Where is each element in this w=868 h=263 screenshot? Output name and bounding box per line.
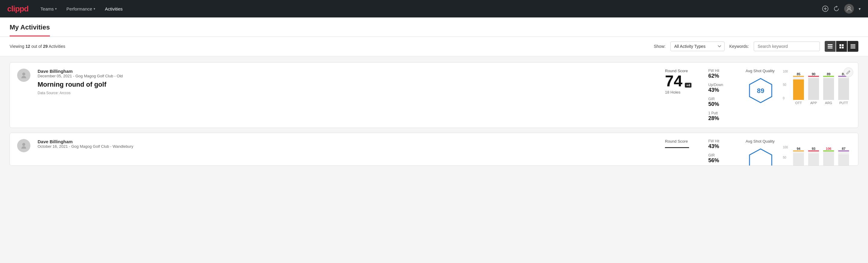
card-edit-button[interactable] — [844, 67, 853, 77]
svg-point-15 — [22, 72, 25, 76]
updown-value: 43% — [708, 87, 738, 93]
ott-bar-fill — [793, 80, 804, 100]
search-input[interactable] — [754, 41, 820, 51]
arg-label: ARG — [822, 101, 836, 105]
svg-rect-13 — [850, 47, 856, 47]
grid-view-button[interactable] — [836, 41, 847, 52]
avatar-chevron-icon: ▾ — [859, 7, 861, 11]
arg2-bar-value: 106 — [826, 147, 831, 150]
arg-bar-top — [823, 76, 834, 77]
fw-hit-value: 62% — [708, 73, 738, 79]
page-title: My Activities — [10, 24, 50, 36]
updown-stat: Up/Down 43% — [708, 83, 738, 93]
logo[interactable]: clippd — [7, 4, 29, 13]
app-bar-fill — [808, 78, 819, 100]
card-player-name: Dave Billingham — [38, 68, 658, 74]
card-avatar — [17, 139, 30, 152]
activity-card: Dave Billingham October 16, 2021 - Gog M… — [10, 133, 858, 166]
refresh-button[interactable] — [833, 6, 839, 12]
round-score-label: Round Score — [665, 139, 701, 144]
ott-bar-group: 85 — [791, 72, 806, 100]
putt-label: PUTT — [836, 101, 851, 105]
card-date: October 16, 2021 - Gog Magog Golf Club -… — [38, 144, 658, 149]
navbar: clippd Teams ▾ Performance ▾ Activities — [0, 0, 868, 18]
arg-bar-value: 89 — [827, 72, 830, 76]
ott2-bar-group: 94 — [791, 147, 806, 166]
app-bar-top — [808, 76, 819, 77]
putt2-bar-group: 87 — [836, 147, 851, 166]
svg-rect-12 — [850, 46, 856, 46]
show-label: Show: — [654, 44, 665, 49]
oneputt-stat: 1 Putt 28% — [708, 111, 738, 122]
page-header: My Activities — [0, 18, 868, 37]
y-axis-2: 100 50 0 — [783, 146, 788, 166]
card-avatar — [17, 68, 30, 82]
score-badge: +4 — [685, 83, 692, 88]
oneputt-value: 28% — [708, 115, 738, 122]
add-button[interactable] — [822, 5, 829, 12]
nav-actions: ▾ — [822, 4, 861, 13]
nav-teams[interactable]: Teams ▾ — [40, 6, 57, 11]
gir-stat: GIR 50% — [708, 97, 738, 108]
quality-label: Avg Shot Quality — [746, 139, 776, 144]
app-label: APP — [806, 101, 821, 105]
activities-list: Dave Billingham December 05, 2021 - Gog … — [0, 56, 868, 172]
performance-chevron-icon: ▾ — [94, 7, 95, 11]
svg-rect-8 — [842, 44, 844, 46]
updown-label: Up/Down — [708, 83, 738, 87]
quality-section: Avg Shot Quality — [746, 139, 776, 166]
gir-stat: GIR 56% — [708, 153, 738, 164]
keywords-label: Keywords: — [730, 44, 749, 49]
list-view-button[interactable] — [825, 41, 836, 52]
view-toggle — [825, 41, 858, 52]
quality-label: Avg Shot Quality — [746, 68, 776, 73]
card-round-score: Round Score — [665, 139, 701, 148]
card-activity-title: Morning round of golf — [38, 81, 658, 88]
quality-section: Avg Shot Quality 89 — [746, 68, 776, 106]
svg-rect-10 — [842, 47, 844, 49]
putt-bar-fill — [838, 78, 849, 99]
card-quality: Avg Shot Quality 89 100 50 0 — [746, 68, 851, 106]
fw-hit-stat: FW Hit 43% — [708, 139, 738, 150]
gir-value: 50% — [708, 101, 738, 108]
arg-bar-track — [823, 76, 834, 100]
gir-label: GIR — [708, 153, 738, 157]
gir-label: GIR — [708, 97, 738, 101]
arg-bar-fill — [823, 78, 834, 99]
oneputt-label: 1 Putt — [708, 111, 738, 115]
ott-label: OTT — [791, 101, 806, 105]
shot-quality-chart: 100 50 0 85 90 — [783, 70, 851, 105]
quality-score-text: 89 — [757, 87, 764, 94]
filter-bar: Viewing 12 out of 29 Activities Show: Al… — [0, 37, 868, 56]
svg-rect-11 — [850, 44, 856, 45]
nav-activities[interactable]: Activities — [105, 6, 123, 11]
ott-bar-track — [793, 76, 804, 100]
viewing-text: Viewing 12 out of 29 Activities — [10, 44, 649, 49]
nav-performance[interactable]: Performance ▾ — [66, 6, 95, 11]
activity-type-select[interactable]: All Activity Types — [671, 41, 724, 51]
score-value: 74 — [665, 73, 682, 89]
card-sub-stats: FW Hit 62% Up/Down 43% GIR 50% 1 Putt 28… — [708, 68, 738, 122]
quality-hexagon: 89 — [746, 76, 776, 106]
card-info: Dave Billingham October 16, 2021 - Gog M… — [38, 139, 658, 151]
arg2-bar-group: 106 — [822, 147, 836, 166]
svg-marker-18 — [749, 149, 772, 166]
fw-hit-label: FW Hit — [708, 68, 738, 73]
card-round-score: Round Score 74 +4 18 Holes — [665, 68, 701, 94]
app-bar-group: 90 — [806, 72, 821, 100]
ott2-bar-value: 94 — [797, 147, 800, 150]
card-quality: Avg Shot Quality 100 50 0 94 — [746, 139, 851, 166]
svg-rect-4 — [828, 44, 833, 45]
ott-bar-top — [793, 76, 804, 77]
putt-bar-track — [838, 76, 849, 100]
viewing-total: 29 — [43, 44, 48, 49]
svg-rect-7 — [839, 44, 841, 46]
fw-hit-label: FW Hit — [708, 139, 738, 143]
y-axis: 100 50 0 — [783, 70, 788, 100]
compact-view-button[interactable] — [847, 41, 858, 52]
app2-bar-value: 93 — [812, 147, 815, 150]
arg-bar-group: 89 — [822, 72, 836, 100]
user-avatar[interactable] — [844, 4, 854, 13]
app-bar-value: 90 — [812, 72, 815, 76]
quality-hexagon — [746, 146, 776, 166]
